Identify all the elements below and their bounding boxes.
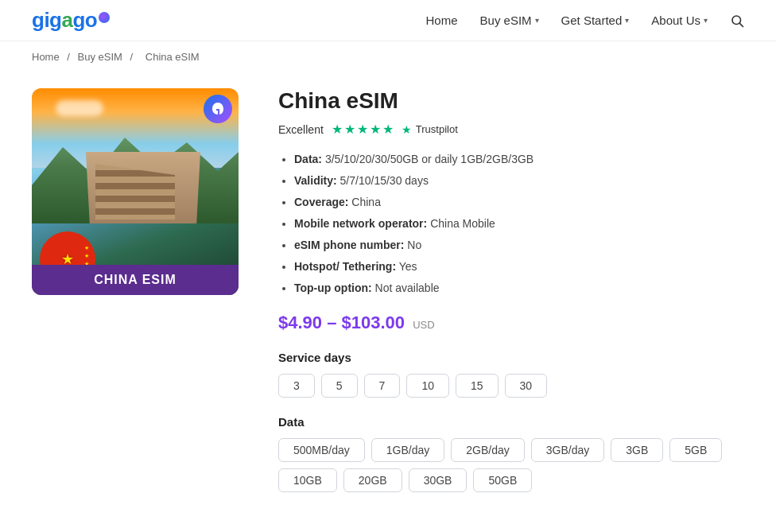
svg-line-1 <box>739 23 743 26</box>
spec-coverage: Coverage: China <box>294 194 731 211</box>
search-button[interactable] <box>730 14 744 28</box>
service-day-3[interactable]: 3 <box>278 374 315 398</box>
star-2: ★ <box>344 122 355 137</box>
trustpilot-icon: ★ <box>402 123 412 136</box>
header: gigago Home Buy eSIM ▾ Get Started ▾ Abo… <box>0 0 776 41</box>
data-5gb[interactable]: 5GB <box>669 438 722 462</box>
breadcrumb-separator: / <box>67 51 72 63</box>
star-rating: ★ ★ ★ ★ ★ <box>332 122 394 137</box>
service-days-selector: Service days 3 5 7 10 15 30 <box>278 351 731 398</box>
chevron-down-icon: ▾ <box>704 16 708 25</box>
gigago-overlay <box>204 95 232 123</box>
nav-about-us[interactable]: About Us ▾ <box>651 14 708 27</box>
chevron-down-icon: ▾ <box>625 16 629 25</box>
nav-get-started[interactable]: Get Started ▾ <box>561 14 630 27</box>
spec-validity: Validity: 5/7/10/15/30 days <box>294 173 731 189</box>
star-4: ★ <box>370 122 381 137</box>
product-details: China eSIM Excellent ★ ★ ★ ★ ★ ★ Trustpi… <box>278 88 731 510</box>
service-day-10[interactable]: 10 <box>406 374 449 398</box>
product-title: China eSIM <box>278 88 731 114</box>
data-selector: Data 500MB/day 1GB/day 2GB/day 3GB/day 3… <box>278 415 731 492</box>
main-nav: Home Buy eSIM ▾ Get Started ▾ About Us ▾ <box>426 14 744 28</box>
data-label: Data <box>278 415 731 429</box>
data-500mb-day[interactable]: 500MB/day <box>278 438 365 462</box>
rating-row: Excellent ★ ★ ★ ★ ★ ★ Trustpilot <box>278 122 731 137</box>
spec-topup: Top-up option: Not available <box>294 280 731 297</box>
data-10gb[interactable]: 10GB <box>278 468 337 492</box>
main-content: ★ ★★★★ CHINA ESIM China eSIM Excellent ★… <box>0 72 763 532</box>
spec-phone-number: eSIM phone number: No <box>294 237 731 254</box>
specs-list: Data: 3/5/10/20/30/50GB or daily 1GB/2GB… <box>278 151 731 297</box>
product-image-label: CHINA ESIM <box>32 265 239 295</box>
data-2gb-day[interactable]: 2GB/day <box>451 438 524 462</box>
spec-hotspot: Hotspot/ Tethering: Yes <box>294 258 731 275</box>
breadcrumb-separator: / <box>130 51 136 63</box>
breadcrumb: Home / Buy eSIM / China eSIM <box>0 41 776 72</box>
nav-buy-esim[interactable]: Buy eSIM ▾ <box>480 14 539 27</box>
breadcrumb-current: China eSIM <box>146 51 200 63</box>
service-days-options: 3 5 7 10 15 30 <box>278 374 731 398</box>
rating-label: Excellent <box>278 123 324 136</box>
data-options-row1: 500MB/day 1GB/day 2GB/day 3GB/day 3GB 5G… <box>278 438 731 462</box>
star-1: ★ <box>332 122 343 137</box>
price-currency: USD <box>413 319 434 331</box>
star-5-half: ★ <box>382 122 394 137</box>
data-3gb[interactable]: 3GB <box>611 438 663 462</box>
trustpilot-label: Trustpilot <box>416 123 458 135</box>
logo-text: gig <box>32 8 62 33</box>
price-value: $4.90 – $103.00 <box>278 313 405 332</box>
logo-dot <box>99 12 110 23</box>
breadcrumb-buy-esim[interactable]: Buy eSIM <box>78 51 122 63</box>
service-day-15[interactable]: 15 <box>456 374 499 398</box>
service-day-30[interactable]: 30 <box>505 374 548 398</box>
data-1gb-day[interactable]: 1GB/day <box>371 438 444 462</box>
data-options-row2: 10GB 20GB 30GB 50GB <box>278 468 731 492</box>
product-image-wrapper: ★ ★★★★ CHINA ESIM <box>32 88 239 510</box>
service-days-label: Service days <box>278 351 731 364</box>
price-range: $4.90 – $103.00 USD <box>278 313 731 333</box>
service-day-5[interactable]: 5 <box>321 374 358 398</box>
data-20gb[interactable]: 20GB <box>343 468 402 492</box>
nav-home[interactable]: Home <box>426 14 458 27</box>
logo[interactable]: gigago <box>32 8 110 33</box>
trustpilot-badge[interactable]: ★ Trustpilot <box>402 123 458 136</box>
spec-data: Data: 3/5/10/20/30/50GB or daily 1GB/2GB… <box>294 151 731 168</box>
product-image: ★ ★★★★ CHINA ESIM <box>32 88 239 295</box>
spec-operator: Mobile network operator: China Mobile <box>294 216 731 232</box>
data-50gb[interactable]: 50GB <box>473 468 532 492</box>
breadcrumb-home[interactable]: Home <box>32 51 60 63</box>
service-day-7[interactable]: 7 <box>364 374 401 398</box>
data-3gb-day[interactable]: 3GB/day <box>531 438 604 462</box>
chevron-down-icon: ▾ <box>535 16 539 25</box>
star-3: ★ <box>357 122 368 137</box>
cloud <box>56 100 103 116</box>
data-30gb[interactable]: 30GB <box>409 468 468 492</box>
